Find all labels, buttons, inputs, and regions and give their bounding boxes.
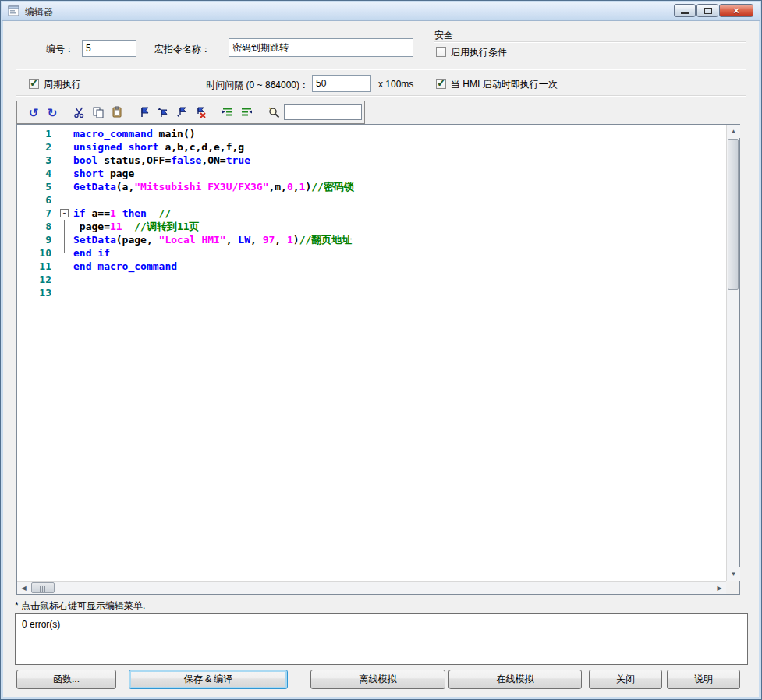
- number-label: 编号：: [46, 43, 74, 56]
- scrollbar-corner: [726, 581, 739, 594]
- code-text: bool status,OFF=false,ON=true: [73, 154, 250, 167]
- code-line[interactable]: 9SetData(page, "Local HMI", LW, 97, 1)//…: [17, 233, 726, 246]
- fold-gutter: [58, 154, 73, 167]
- line-number: 2: [17, 140, 58, 154]
- paste-button[interactable]: [108, 104, 126, 120]
- scroll-down-button[interactable]: ▼: [727, 567, 740, 581]
- editor-window: 编辑器 × 编号： 宏指令名称： 安全 ✓ 启用执行条件 ✓ 周期执行 时间间隔…: [0, 0, 762, 700]
- enable-condition-checkbox[interactable]: ✓: [436, 47, 446, 57]
- horizontal-scrollbar-thumb[interactable]: [31, 582, 55, 593]
- divider-1: [16, 69, 746, 70]
- code-line[interactable]: 6: [17, 193, 726, 207]
- output-box: 0 error(s): [15, 613, 748, 665]
- fold-gutter: [58, 260, 73, 273]
- fold-gutter: [58, 180, 73, 193]
- bookmark-prev-icon: [157, 106, 169, 118]
- minimize-button[interactable]: [674, 4, 696, 17]
- code-line[interactable]: 2unsigned short a,b,c,d,e,f,g: [17, 140, 726, 154]
- bookmark-next-button[interactable]: [173, 104, 190, 120]
- find-input[interactable]: [284, 104, 362, 120]
- startup-label: 当 HMI 启动时即执行一次: [451, 78, 558, 91]
- code-line[interactable]: 10end if: [17, 246, 726, 260]
- online-sim-button[interactable]: 在线模拟: [448, 670, 582, 689]
- app-icon: [8, 5, 20, 16]
- bookmark-toggle-icon: [138, 106, 151, 118]
- close-dialog-button[interactable]: 关闭: [589, 670, 662, 689]
- outdent-icon: [222, 106, 234, 118]
- cut-icon: [73, 106, 86, 118]
- offline-sim-button[interactable]: 离线模拟: [310, 670, 445, 689]
- scroll-right-button[interactable]: ▶: [713, 582, 726, 594]
- code-text: page=11 //调转到11页: [73, 220, 200, 233]
- hint-text: * 点击鼠标右键可显示编辑菜单.: [15, 599, 145, 613]
- bookmark-toggle-button[interactable]: [136, 104, 153, 120]
- vertical-scrollbar[interactable]: ▲ ▼: [726, 125, 739, 581]
- interval-input[interactable]: [312, 75, 371, 92]
- horizontal-scrollbar[interactable]: ◀ ▶: [17, 581, 726, 594]
- copy-icon: [92, 106, 105, 118]
- code-text: if a==1 then //: [73, 207, 171, 220]
- code-line[interactable]: 5GetData(a,"Mitsubishi FX3U/FX3G",m,0,1)…: [17, 180, 726, 193]
- window-title: 编辑器: [25, 5, 53, 19]
- cut-button[interactable]: [71, 104, 88, 120]
- code-line[interactable]: 7-if a==1 then //: [17, 207, 726, 220]
- code-text: unsigned short a,b,c,d,e,f,g: [73, 140, 244, 154]
- functions-button[interactable]: 函数...: [16, 670, 116, 689]
- save-compile-button[interactable]: 保存 & 编译: [129, 670, 288, 689]
- code-line[interactable]: 8 page=11 //调转到11页: [17, 220, 726, 233]
- line-number: 8: [17, 220, 58, 233]
- periodic-checkbox[interactable]: ✓: [29, 79, 39, 89]
- bookmarks-clear-button[interactable]: [192, 104, 209, 120]
- outdent-button[interactable]: [219, 104, 236, 120]
- code-line[interactable]: 12: [17, 273, 726, 286]
- indent-button[interactable]: [238, 104, 255, 120]
- code-area[interactable]: 1macro_command main()2unsigned short a,b…: [17, 125, 726, 581]
- code-text: GetData(a,"Mitsubishi FX3U/FX3G",m,0,1)/…: [73, 180, 354, 193]
- startup-checkbox[interactable]: ✓: [436, 79, 446, 89]
- undo-button[interactable]: ↺: [25, 104, 42, 120]
- close-button[interactable]: ×: [719, 4, 753, 17]
- code-line[interactable]: 1macro_command main(): [17, 127, 726, 140]
- security-group-label: 安全: [434, 29, 453, 42]
- code-editor: 1macro_command main()2unsigned short a,b…: [16, 124, 740, 595]
- line-number: 12: [17, 273, 58, 286]
- number-input[interactable]: [82, 40, 136, 57]
- fold-gutter: [58, 273, 73, 286]
- periodic-label: 周期执行: [44, 78, 81, 91]
- line-number: 13: [17, 286, 58, 299]
- copy-button[interactable]: [90, 104, 107, 120]
- macro-name-input[interactable]: [229, 38, 413, 57]
- maximize-button[interactable]: [696, 4, 718, 17]
- redo-button[interactable]: ↻: [44, 104, 61, 120]
- fold-gutter: [58, 127, 73, 140]
- divider-2: [16, 95, 746, 97]
- vertical-scrollbar-thumb[interactable]: [728, 139, 739, 290]
- close-icon: ×: [720, 5, 753, 16]
- line-number: 11: [17, 260, 58, 273]
- fold-gutter: [58, 167, 73, 180]
- line-number: 5: [17, 180, 58, 193]
- titlebar: 编辑器 ×: [2, 2, 760, 21]
- macro-name-label: 宏指令名称：: [154, 43, 211, 56]
- minimize-icon: [681, 12, 689, 14]
- bookmark-prev-button[interactable]: [154, 104, 172, 120]
- code-line[interactable]: 11end macro_command: [17, 260, 726, 273]
- maximize-icon: [704, 8, 712, 14]
- code-line[interactable]: 13: [17, 286, 726, 299]
- line-number: 7: [17, 207, 58, 220]
- find-button[interactable]: [265, 104, 282, 120]
- code-text: end macro_command: [73, 260, 177, 273]
- line-number: 1: [17, 127, 58, 140]
- fold-marker[interactable]: -: [58, 207, 73, 220]
- code-line[interactable]: 3bool status,OFF=false,ON=true: [17, 154, 726, 167]
- code-line[interactable]: 4short page: [17, 167, 726, 180]
- code-text: SetData(page, "Local HMI", LW, 97, 1)//翻…: [73, 233, 352, 246]
- check-icon: ✓: [437, 76, 446, 89]
- help-button[interactable]: 说明: [667, 670, 740, 689]
- scroll-left-button[interactable]: ◀: [17, 582, 30, 594]
- find-icon: [268, 106, 280, 118]
- code-lines: 1macro_command main()2unsigned short a,b…: [17, 127, 726, 299]
- scroll-up-button[interactable]: ▲: [727, 125, 740, 138]
- code-text: short page: [73, 167, 134, 180]
- line-number: 10: [17, 246, 58, 260]
